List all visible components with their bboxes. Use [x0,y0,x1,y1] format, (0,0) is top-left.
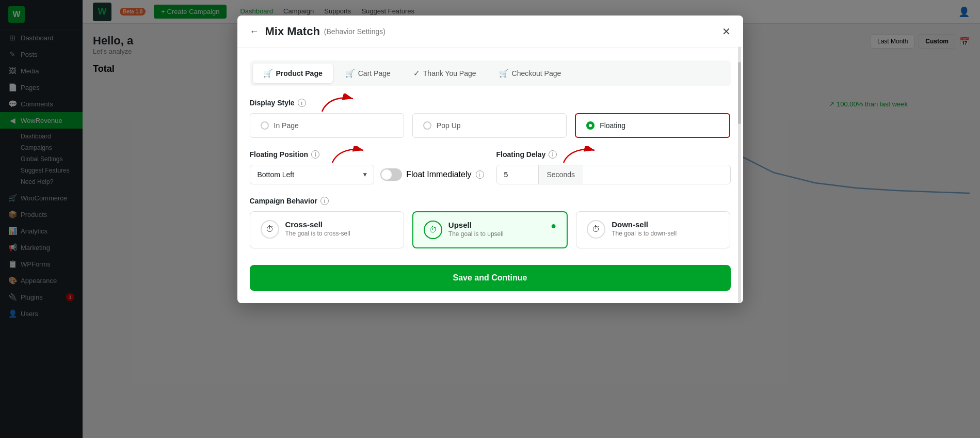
modal-close-button[interactable]: ✕ [722,25,731,38]
delay-input-group: Seconds [496,165,731,184]
float-immediately-info-icon[interactable]: i [476,170,484,179]
arrow-display-style [317,93,358,114]
cross-sell-icon: ⏱ [261,220,279,239]
campaign-behavior-info-icon[interactable]: i [320,197,329,205]
modal-scroll-thumb [738,62,741,124]
floating-position-info-icon[interactable]: i [311,150,319,159]
position-field-row: Bottom Left Bottom Right Top Left Top Ri… [250,165,484,184]
product-page-tab-icon: 🛒 [263,69,273,78]
pop-up-radio[interactable] [423,121,431,130]
modal-overlay[interactable]: ← Mix Match (Behavior Settings) ✕ 🛒 Prod… [0,0,980,438]
floating-position-label-row: Floating Position i [250,150,484,159]
behavior-cross-sell[interactable]: ⏱ Cross-sell The goal is to cross-sell [250,211,404,248]
position-select[interactable]: Bottom Left Bottom Right Top Left Top Ri… [250,165,375,184]
display-option-floating[interactable]: Floating [575,113,730,138]
campaign-behavior-label-row: Campaign Behavior i [250,197,731,205]
delay-group: Floating Delay i [496,150,731,184]
modal-title: Mix Match [265,25,320,38]
display-option-in-page[interactable]: In Page [250,113,404,138]
cart-page-tab-icon: 🛒 [345,69,355,78]
tab-checkout-page[interactable]: 🛒 Checkout Page [489,64,572,83]
save-continue-button[interactable]: Save and Continue [250,265,731,291]
modal-tabs: 🛒 Product Page 🛒 Cart Page ✓ Thank You P… [250,60,731,86]
modal: ← Mix Match (Behavior Settings) ✕ 🛒 Prod… [237,15,743,303]
cross-sell-text: Cross-sell The goal is to cross-sell [285,220,350,237]
display-style-section: Display Style i I [250,99,731,138]
down-sell-icon: ⏱ [587,220,605,239]
position-group: Floating Position i [250,150,484,184]
campaign-behavior-section: Campaign Behavior i ⏱ Cross-sell The goa… [250,197,731,248]
behavior-options: ⏱ Cross-sell The goal is to cross-sell ⏱… [250,211,731,248]
delay-input[interactable] [497,165,538,184]
arrow-floating-delay [558,146,600,165]
modal-back-button[interactable]: ← [250,26,259,37]
down-sell-text: Down-sell The goal is to down-sell [612,220,677,237]
modal-body: 🛒 Product Page 🛒 Cart Page ✓ Thank You P… [237,48,743,303]
tab-cart-page[interactable]: 🛒 Cart Page [335,64,401,83]
display-option-pop-up[interactable]: Pop Up [412,113,567,138]
upsell-text: Upsell The goal is to upsell [448,221,504,238]
toggle-wrapper: Float Immediately i [380,168,484,181]
behavior-upsell[interactable]: ⏱ Upsell The goal is to upsell ● [412,211,568,248]
position-delay-row: Floating Position i [250,150,731,184]
float-immediately-label: Float Immediately [406,170,471,179]
floating-delay-info-icon[interactable]: i [549,150,557,159]
modal-header: ← Mix Match (Behavior Settings) ✕ [237,15,743,48]
float-immediately-toggle[interactable] [380,168,402,181]
tab-thank-you-page[interactable]: ✓ Thank You Page [403,64,487,83]
display-style-options: In Page Pop Up Floating [250,113,731,138]
upsell-check-icon: ● [551,221,556,231]
modal-subtitle: (Behavior Settings) [324,27,385,36]
in-page-radio[interactable] [261,121,269,130]
behavior-down-sell[interactable]: ⏱ Down-sell The goal is to down-sell [576,211,730,248]
modal-scrollbar[interactable] [738,46,741,303]
tab-product-page[interactable]: 🛒 Product Page [253,64,333,83]
arrow-floating-position [327,146,368,165]
toggle-knob [381,169,392,180]
checkout-tab-icon: 🛒 [499,69,509,78]
delay-unit: Seconds [538,165,583,184]
thank-you-tab-icon: ✓ [413,69,420,78]
position-select-wrapper: Bottom Left Bottom Right Top Left Top Ri… [250,165,375,184]
floating-radio[interactable] [586,121,595,130]
display-style-label-row: Display Style i [250,99,731,107]
floating-delay-label-row: Floating Delay i [496,150,731,159]
upsell-icon: ⏱ [424,221,442,239]
display-style-info-icon[interactable]: i [298,99,306,107]
